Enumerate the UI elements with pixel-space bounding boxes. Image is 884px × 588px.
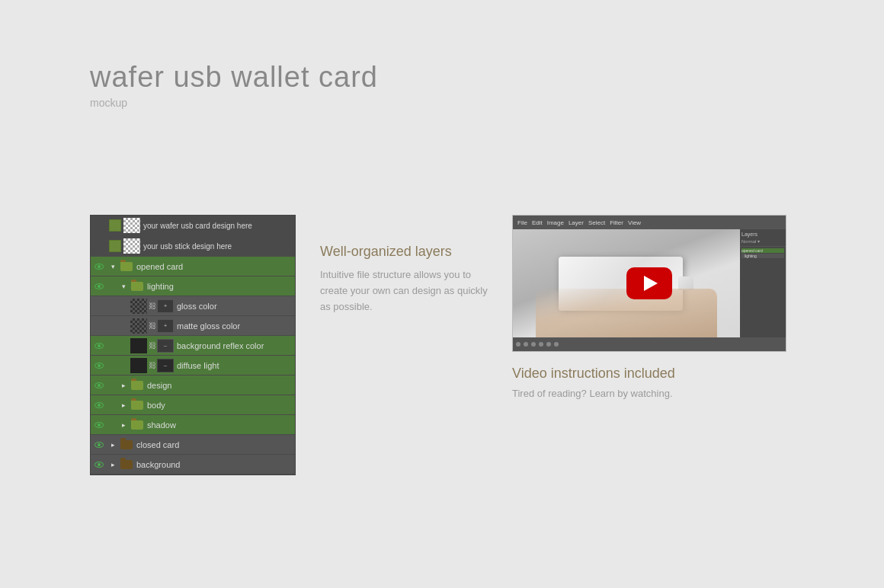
ps-menu-filter: Filter <box>610 219 623 226</box>
blend-icon: + <box>164 322 168 329</box>
video-desc: Tired of reading? Learn by watching. <box>512 388 786 399</box>
video-frame: File Edit Image Layer Select Filter View <box>512 215 786 352</box>
blend-control[interactable]: + <box>157 299 174 313</box>
chevron-right-icon[interactable]: ▸ <box>107 441 118 449</box>
chevron-right-icon[interactable]: ▸ <box>118 382 129 389</box>
chevron-icon[interactable]: ▾ <box>107 263 118 270</box>
folder-icon <box>120 460 133 469</box>
layer-row-matte[interactable]: ⛓ + matte gloss color <box>91 316 295 336</box>
subtitle: mockup <box>90 97 378 109</box>
video-title: Video instructions included <box>512 366 786 382</box>
layer-row-design[interactable]: ▸ design <box>91 375 295 395</box>
ps-right-panel: Layers Normal ▾ opened card lighting <box>740 229 786 337</box>
chain-icon: ⛓ <box>149 321 156 330</box>
eye-icon[interactable] <box>91 343 107 349</box>
layer-name-matte: matte gloss color <box>177 321 240 331</box>
eye-icon[interactable] <box>91 462 107 468</box>
chain-icon: ⛓ <box>149 302 156 310</box>
blend-control[interactable]: – <box>157 339 174 353</box>
layer-row-gloss[interactable]: ⛓ + gloss color <box>91 296 295 316</box>
visibility-eye <box>94 283 104 289</box>
visibility-eye <box>94 382 104 388</box>
layer-row-lighting[interactable]: ▾ lighting <box>91 276 295 296</box>
feature-title: Well-organized layers <box>320 244 488 260</box>
eye-icon[interactable] <box>91 402 107 408</box>
blend-icon: – <box>164 342 167 349</box>
eye-icon[interactable] <box>91 264 107 270</box>
empty-eye <box>91 222 107 229</box>
layer-row-reflex[interactable]: ⛓ – background reflex color <box>91 336 295 356</box>
ps-menu-view: View <box>628 219 641 226</box>
layer-thumb-reflex <box>130 338 147 353</box>
layer-name-gloss: gloss color <box>177 302 217 311</box>
feature-section: Well-organized layers Intuitive file str… <box>320 244 488 315</box>
ps-menu-layer: Layer <box>569 219 584 226</box>
layer-row-diffuse[interactable]: ⛓ – diffuse light <box>91 356 295 375</box>
video-info: Video instructions included Tired of rea… <box>512 366 786 399</box>
empty-eye2 <box>91 242 107 250</box>
layer-name-background: background <box>136 460 181 469</box>
chevron-icon[interactable]: ▾ <box>118 283 129 290</box>
hand-shape <box>536 289 717 337</box>
layer-row-background[interactable]: ▸ background <box>91 455 295 475</box>
ps-menu-edit: Edit <box>532 219 543 226</box>
play-button[interactable] <box>626 267 672 299</box>
visibility-eye <box>94 363 104 369</box>
chevron-right-icon[interactable]: ▸ <box>118 401 129 409</box>
visibility-eye <box>94 442 104 448</box>
folder-icon <box>120 440 133 449</box>
chevron-right-icon[interactable]: ▸ <box>107 461 118 468</box>
blend-control[interactable]: + <box>157 319 174 333</box>
play-triangle-icon <box>644 276 658 291</box>
visibility-eye <box>94 264 104 270</box>
layer-checkbox[interactable] <box>109 219 121 232</box>
video-section: File Edit Image Layer Select Filter View <box>512 215 786 399</box>
layer-checkbox[interactable] <box>109 240 121 252</box>
layer-name-closed-card: closed card <box>136 440 179 449</box>
layer-thumbnail <box>123 238 140 254</box>
layer-row[interactable]: your wafer usb card design here <box>91 216 295 236</box>
chain-icon: ⛓ <box>149 341 156 350</box>
eye-icon[interactable] <box>91 422 107 428</box>
chevron-right-icon[interactable]: ▸ <box>118 421 129 429</box>
folder-icon <box>131 420 143 430</box>
layer-name-body: body <box>147 401 165 410</box>
layer-name-shadow: shadow <box>147 420 176 430</box>
layer-row[interactable]: your usb stick design here <box>91 236 295 257</box>
page-container: wafer usb wallet card mockup your wafer … <box>0 0 884 588</box>
layer-row-shadow[interactable]: ▸ shadow <box>91 415 295 435</box>
layer-thumb-diffuse <box>130 358 147 373</box>
eye-icon[interactable] <box>91 382 107 388</box>
title-section: wafer usb wallet card mockup <box>90 61 378 109</box>
ps-menu-file: File <box>517 219 527 226</box>
layer-row-closed-card[interactable]: ▸ closed card <box>91 435 295 455</box>
chain-icon: ⛓ <box>149 361 156 369</box>
layer-thumbnail <box>123 218 140 233</box>
blend-icon: + <box>164 302 168 309</box>
folder-icon <box>120 262 133 271</box>
layer-name-diffuse: diffuse light <box>177 361 219 370</box>
layer-name-opened-card: opened card <box>136 262 183 271</box>
layer-name-lighting: lighting <box>147 282 174 291</box>
eye-icon[interactable] <box>91 283 107 289</box>
folder-icon <box>131 401 143 410</box>
layer-thumb-gloss <box>130 299 147 314</box>
visibility-eye <box>94 402 104 408</box>
main-title: wafer usb wallet card <box>90 61 378 94</box>
eye-icon[interactable] <box>91 363 107 369</box>
visibility-eye <box>94 422 104 428</box>
layer-row-body[interactable]: ▸ body <box>91 395 295 415</box>
ps-menu-image: Image <box>547 219 564 226</box>
blend-icon: – <box>164 362 167 369</box>
feature-desc: Intuitive file structure allows you to c… <box>320 267 488 315</box>
visibility-eye <box>94 462 104 468</box>
folder-icon <box>131 282 143 291</box>
visibility-eye <box>94 343 104 349</box>
layer-row-opened-card[interactable]: ▾ opened card <box>91 257 295 276</box>
blend-control[interactable]: – <box>157 359 174 372</box>
layer-thumb-matte <box>130 318 147 334</box>
folder-icon <box>131 381 143 390</box>
layer-name: your usb stick design here <box>143 242 232 251</box>
ps-topbar: File Edit Image Layer Select Filter View <box>513 216 786 229</box>
eye-icon[interactable] <box>91 442 107 448</box>
